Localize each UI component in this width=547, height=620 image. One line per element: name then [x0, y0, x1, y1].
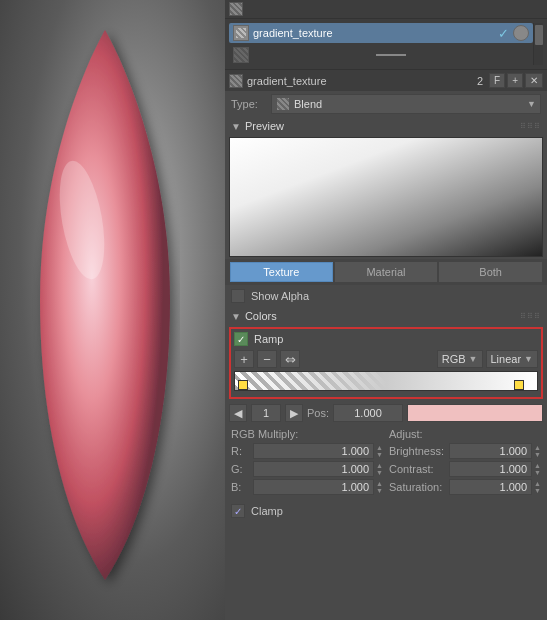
ramp-checkmark: ✓	[237, 334, 245, 345]
b-down-arrow[interactable]: ▼	[376, 487, 383, 494]
r-value[interactable]: 1.000	[253, 443, 374, 459]
brightness-value[interactable]: 1.000	[449, 443, 532, 459]
preview-collapse-arrow[interactable]: ▼	[231, 121, 241, 132]
step-number[interactable]: 1	[251, 404, 281, 422]
saturation-label: Saturation:	[389, 481, 449, 493]
ramp-rgb-arrow: ▼	[469, 354, 478, 364]
clamp-checkbox[interactable]: ✓	[231, 504, 245, 518]
contrast-down-arrow[interactable]: ▼	[534, 469, 541, 476]
show-alpha-label: Show Alpha	[251, 290, 309, 302]
r-arrows[interactable]: ▲ ▼	[376, 444, 383, 458]
prop-icon	[229, 74, 243, 88]
corner-icon	[229, 2, 243, 16]
saturation-arrows[interactable]: ▲ ▼	[534, 480, 541, 494]
preview-tabs: Texture Material Both	[225, 259, 547, 285]
contrast-arrows[interactable]: ▲ ▼	[534, 462, 541, 476]
ramp-header: ✓ Ramp	[234, 332, 538, 346]
tab-material[interactable]: Material	[335, 262, 438, 282]
prop-x-button[interactable]: ✕	[525, 73, 543, 88]
b-row: B: 1.000 ▲ ▼	[231, 479, 383, 495]
ramp-rgb-select[interactable]: RGB ▼	[437, 350, 483, 368]
colors-dots: ⠿⠿⠿	[520, 312, 541, 321]
ramp-rgb-label: RGB	[442, 353, 466, 365]
step-left-button[interactable]: ◀	[229, 404, 247, 422]
properties-panel: gradient_texture ✓ gradient_texture	[225, 0, 547, 620]
contrast-value[interactable]: 1.000	[449, 461, 532, 477]
saturation-value[interactable]: 1.000	[449, 479, 532, 495]
type-select-value: Blend	[294, 98, 322, 110]
3d-shape	[30, 20, 180, 600]
gradient-stop-right[interactable]	[514, 380, 524, 390]
contrast-up-arrow[interactable]: ▲	[534, 462, 541, 469]
ramp-linear-label: Linear	[491, 353, 522, 365]
prop-header: gradient_texture 2 F + ✕	[225, 69, 547, 91]
pos-value[interactable]: 1.000	[333, 404, 403, 422]
preview-header: ▼ Preview ⠿⠿⠿	[225, 117, 547, 135]
brightness-arrows[interactable]: ▲ ▼	[534, 444, 541, 458]
ramp-controls: + − ⇔ RGB ▼ Linear ▼	[234, 350, 538, 368]
ramp-add-button[interactable]: +	[234, 350, 254, 368]
r-up-arrow[interactable]: ▲	[376, 444, 383, 451]
pos-label: Pos:	[307, 407, 329, 419]
gradient-overlay	[235, 372, 537, 390]
saturation-up-arrow[interactable]: ▲	[534, 480, 541, 487]
tab-texture[interactable]: Texture	[230, 262, 333, 282]
b-value[interactable]: 1.000	[253, 479, 374, 495]
rgb-section: RGB Multiply: R: 1.000 ▲ ▼ G: 1.000 ▲	[225, 425, 547, 500]
line-icon	[376, 54, 406, 56]
g-row: G: 1.000 ▲ ▼	[231, 461, 383, 477]
dots-row	[229, 45, 533, 65]
g-down-arrow[interactable]: ▼	[376, 469, 383, 476]
clamp-row: ✓ Clamp	[225, 500, 547, 522]
rgb-multiply-label: RGB Multiply:	[231, 428, 383, 440]
prop-plus-button[interactable]: +	[507, 73, 523, 88]
prop-header-name: gradient_texture	[247, 75, 477, 87]
texture-scrollbar[interactable]	[533, 23, 543, 65]
adjust-label: Adjust:	[389, 428, 541, 440]
ramp-remove-button[interactable]: −	[257, 350, 277, 368]
prop-num: 2	[477, 75, 483, 87]
brightness-up-arrow[interactable]: ▲	[534, 444, 541, 451]
g-up-arrow[interactable]: ▲	[376, 462, 383, 469]
r-label: R:	[231, 445, 253, 457]
g-value[interactable]: 1.000	[253, 461, 374, 477]
colors-collapse-arrow[interactable]: ▼	[231, 311, 241, 322]
type-select[interactable]: Blend ▼	[271, 94, 541, 114]
type-select-arrow: ▼	[527, 99, 536, 109]
colors-label: Colors	[245, 310, 277, 322]
prop-f-button[interactable]: F	[489, 73, 505, 88]
b-up-arrow[interactable]: ▲	[376, 480, 383, 487]
two-col-values: RGB Multiply: R: 1.000 ▲ ▼ G: 1.000 ▲	[231, 428, 541, 497]
ramp-label: Ramp	[254, 333, 283, 345]
type-select-icon	[276, 97, 290, 111]
viewport	[0, 0, 225, 620]
show-alpha-checkbox[interactable]	[231, 289, 245, 303]
step-right-button[interactable]: ▶	[285, 404, 303, 422]
preview-image	[229, 137, 543, 257]
gradient-bar[interactable]	[234, 371, 538, 391]
dot-icon	[233, 47, 249, 63]
saturation-down-arrow[interactable]: ▼	[534, 487, 541, 494]
gradient-stop-left[interactable]	[238, 380, 248, 390]
g-arrows[interactable]: ▲ ▼	[376, 462, 383, 476]
ramp-swap-button[interactable]: ⇔	[280, 350, 300, 368]
adjust-col: Adjust: Brightness: 1.000 ▲ ▼ Contrast: …	[389, 428, 541, 497]
ramp-checkbox[interactable]: ✓	[234, 332, 248, 346]
r-down-arrow[interactable]: ▼	[376, 451, 383, 458]
b-arrows[interactable]: ▲ ▼	[376, 480, 383, 494]
rgb-multiply-col: RGB Multiply: R: 1.000 ▲ ▼ G: 1.000 ▲	[231, 428, 383, 497]
texture-list-item[interactable]: gradient_texture ✓	[229, 23, 533, 43]
brightness-down-arrow[interactable]: ▼	[534, 451, 541, 458]
color-swatch[interactable]	[407, 404, 543, 422]
preview-dots: ⠿⠿⠿	[520, 122, 541, 131]
clamp-checkmark: ✓	[234, 506, 242, 517]
tab-both[interactable]: Both	[439, 262, 542, 282]
g-label: G:	[231, 463, 253, 475]
ramp-linear-arrow: ▼	[524, 354, 533, 364]
texture-list: gradient_texture ✓	[225, 19, 547, 69]
panel-content: gradient_texture ✓ gradient_texture	[225, 0, 547, 620]
colors-header: ▼ Colors ⠿⠿⠿	[225, 307, 547, 325]
texture-circle	[513, 25, 529, 41]
ramp-section: ✓ Ramp + − ⇔ RGB ▼ Linear ▼	[229, 327, 543, 399]
ramp-linear-select[interactable]: Linear ▼	[486, 350, 539, 368]
